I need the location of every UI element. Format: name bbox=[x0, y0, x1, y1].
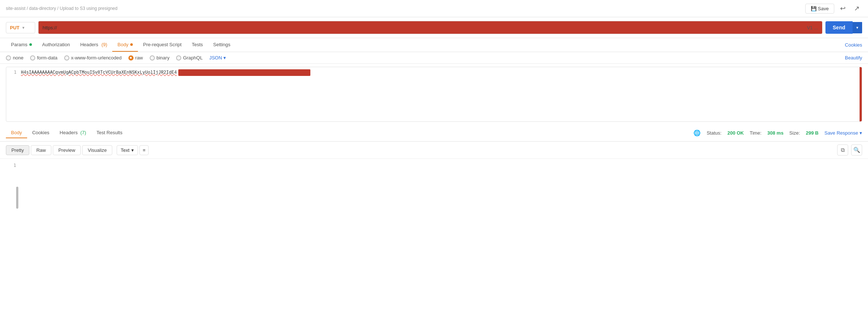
format-preview-button[interactable]: Preview bbox=[53, 145, 81, 155]
save-response-chevron-icon: ▾ bbox=[860, 130, 862, 136]
resp-tab-body[interactable]: Body bbox=[6, 128, 27, 138]
option-raw[interactable]: raw bbox=[128, 55, 143, 61]
headers-count: (9) bbox=[100, 42, 107, 47]
code-editor[interactable]: 1 H4sIAAAAAAAACqvmUgACpbTMouISv8TcVCUrBa… bbox=[6, 67, 862, 122]
method-label: PUT bbox=[10, 25, 19, 30]
body-dot bbox=[130, 43, 133, 46]
tab-headers[interactable]: Headers (9) bbox=[75, 38, 113, 52]
search-button[interactable]: 🔍 bbox=[851, 144, 862, 156]
cookies-link[interactable]: Cookies bbox=[845, 42, 862, 48]
response-body: 1 bbox=[0, 159, 868, 188]
tab-pre-request[interactable]: Pre-request Script bbox=[138, 38, 187, 52]
copy-button[interactable]: ⧉ bbox=[837, 144, 848, 156]
resp-headers-count: (7) bbox=[79, 130, 86, 135]
save-button-top[interactable]: 💾 Save bbox=[805, 4, 834, 14]
time-label: Time: bbox=[750, 130, 761, 136]
radio-raw bbox=[128, 55, 134, 61]
option-form-data[interactable]: form-data bbox=[30, 55, 58, 61]
format-actions-right: ⧉ 🔍 bbox=[837, 144, 862, 156]
line-number-1: 1 bbox=[6, 69, 21, 75]
text-format-chevron-icon: ▾ bbox=[131, 147, 134, 153]
request-row: PUT ▾ https:// V1 ... Send ▾ bbox=[0, 17, 868, 38]
top-bar: site-assist / data-directory / Upload to… bbox=[0, 0, 868, 17]
text-format-dropdown[interactable]: Text ▾ bbox=[117, 145, 138, 155]
wrap-icon-button[interactable]: ≡ bbox=[139, 145, 149, 155]
resp-tab-test-results[interactable]: Test Results bbox=[91, 128, 128, 138]
format-pretty-button[interactable]: Pretty bbox=[6, 145, 29, 155]
size-value: 299 B bbox=[806, 130, 819, 136]
request-tabs: Params Authorization Headers (9) Body Pr… bbox=[0, 38, 868, 52]
tab-body[interactable]: Body bbox=[112, 38, 138, 52]
redacted-content bbox=[178, 69, 310, 76]
status-value: 200 OK bbox=[727, 130, 744, 136]
wrap-lines-icon: ≡ bbox=[143, 147, 146, 153]
method-chevron-icon: ▾ bbox=[22, 26, 24, 30]
radio-none bbox=[6, 55, 11, 61]
tab-tests[interactable]: Tests bbox=[187, 38, 208, 52]
send-main-button[interactable]: Send bbox=[825, 21, 853, 34]
copy-icon: ⧉ bbox=[841, 147, 845, 153]
url-field[interactable] bbox=[38, 21, 823, 34]
json-format-dropdown[interactable]: JSON ▾ bbox=[209, 55, 226, 61]
radio-form-data bbox=[30, 55, 35, 61]
json-chevron-icon: ▾ bbox=[223, 55, 226, 61]
main-container: site-assist / data-directory / Upload to… bbox=[0, 0, 868, 188]
option-binary[interactable]: binary bbox=[150, 55, 169, 61]
option-url-encoded[interactable]: x-www-form-urlencoded bbox=[64, 55, 122, 61]
share-button[interactable]: ↗ bbox=[851, 3, 862, 14]
resp-tab-cookies[interactable]: Cookies bbox=[27, 128, 55, 138]
line-content-1: H4sIAAAAAAAACqvmUgACpbTMouISv8TcVCUrBaXE… bbox=[21, 69, 862, 76]
body-options-row: none form-data x-www-form-urlencoded raw… bbox=[0, 52, 868, 64]
time-value: 308 ms bbox=[767, 130, 784, 136]
option-graphql[interactable]: GraphQL bbox=[176, 55, 203, 61]
radio-url-encoded bbox=[64, 55, 69, 61]
save-response-link[interactable]: Save Response ▾ bbox=[824, 130, 862, 136]
format-raw-button[interactable]: Raw bbox=[31, 145, 51, 155]
tab-settings[interactable]: Settings bbox=[208, 38, 236, 52]
beautify-link[interactable]: Beautify bbox=[845, 55, 862, 61]
search-icon: 🔍 bbox=[853, 147, 860, 153]
resp-tab-headers[interactable]: Headers (7) bbox=[55, 128, 91, 138]
format-row: Pretty Raw Preview Visualize Text ▾ ≡ ⧉ … bbox=[0, 142, 868, 159]
option-none[interactable]: none bbox=[6, 55, 23, 61]
scrollbar-left[interactable] bbox=[16, 187, 18, 188]
response-status-area: 🌐 Status: 200 OK Time: 308 ms Size: 299 … bbox=[693, 129, 862, 136]
params-dot bbox=[29, 43, 32, 46]
radio-graphql bbox=[176, 55, 181, 61]
breadcrumb: site-assist / data-directory / Upload to… bbox=[6, 6, 802, 11]
code-line-1: 1 H4sIAAAAAAAACqvmUgACpbTMouISv8TcVCUrBa… bbox=[6, 67, 862, 78]
globe-icon: 🌐 bbox=[693, 129, 701, 136]
url-input-wrapper: https:// V1 ... bbox=[38, 21, 823, 34]
tab-params[interactable]: Params bbox=[6, 38, 37, 52]
status-label: Status: bbox=[707, 130, 721, 136]
send-dropdown-button[interactable]: ▾ bbox=[853, 22, 862, 33]
resp-line-number-1: 1 bbox=[6, 162, 21, 168]
editor-scroll-indicator bbox=[860, 67, 862, 121]
tab-authorization[interactable]: Authorization bbox=[37, 38, 75, 52]
code-text: H4sIAAAAAAAACqvmUgACpbTMouISv8TcVCUrBaXE… bbox=[21, 70, 177, 75]
size-label: Size: bbox=[789, 130, 800, 136]
radio-binary bbox=[150, 55, 155, 61]
method-selector[interactable]: PUT ▾ bbox=[6, 22, 35, 33]
resp-line-1: 1 bbox=[6, 162, 862, 168]
send-button-group: Send ▾ bbox=[825, 21, 862, 34]
format-visualize-button[interactable]: Visualize bbox=[82, 145, 112, 155]
response-tabs: Body Cookies Headers (7) Test Results 🌐 … bbox=[0, 125, 868, 142]
undo-button[interactable]: ↩ bbox=[837, 3, 848, 14]
